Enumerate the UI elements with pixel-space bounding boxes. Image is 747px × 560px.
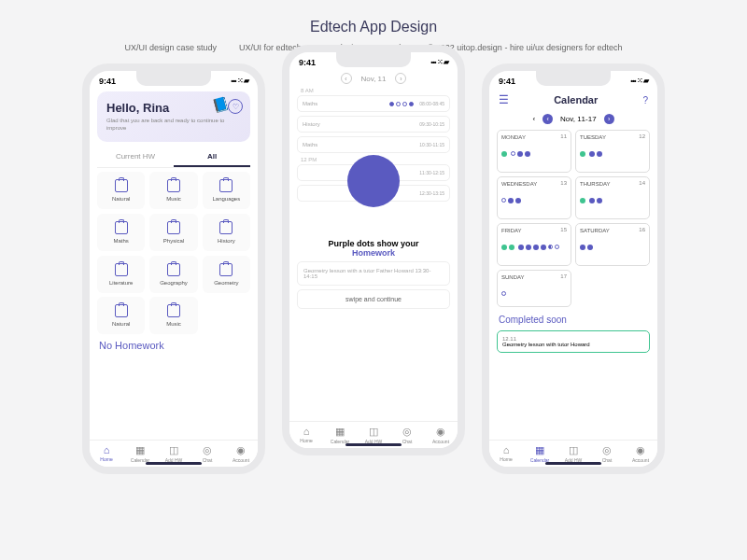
help-icon[interactable]: ? xyxy=(642,95,648,105)
subject-label: Maths xyxy=(101,238,141,244)
nav-chat[interactable]: ◎Chat xyxy=(590,444,624,463)
subject-card[interactable]: Natural xyxy=(97,297,145,334)
back-chevron[interactable]: ‹ xyxy=(532,115,535,123)
subject-card[interactable]: Natural xyxy=(97,172,145,209)
nav-home[interactable]: ⌂Home xyxy=(489,444,523,463)
add-icon: ◫ xyxy=(157,444,190,456)
subject-card[interactable]: Languages xyxy=(203,172,250,209)
hw-dots xyxy=(501,151,567,168)
nav-calendar[interactable]: ▦Calendar xyxy=(323,426,357,444)
nav-account[interactable]: ◉Account xyxy=(424,426,458,444)
nav-label: Home xyxy=(500,456,512,462)
subject-card[interactable]: History xyxy=(203,214,250,251)
nav-label: Account xyxy=(432,439,449,444)
nav-label: Home xyxy=(100,456,112,462)
subject-label: Natural xyxy=(101,196,141,202)
nav-chat[interactable]: ◎Chat xyxy=(190,444,224,463)
nav-home[interactable]: ⌂Home xyxy=(289,426,323,444)
subject-icon xyxy=(167,221,180,234)
subject-icon xyxy=(115,304,128,317)
day-name: SUNDAY xyxy=(501,274,567,280)
bottom-nav: ⌂Home ▦Calendar ◫Add HW ◎Chat ◉Account xyxy=(289,421,458,448)
onboarding-highlight xyxy=(347,155,400,207)
day-name: FRIDAY xyxy=(501,228,567,233)
calendar-icon: ▦ xyxy=(123,444,157,456)
notification-icon[interactable]: ♡ xyxy=(228,99,243,114)
prev-week-button[interactable]: ‹ xyxy=(543,114,553,124)
subject-card[interactable]: Geography xyxy=(149,256,197,293)
nav-label: Chat xyxy=(402,439,413,444)
subject-label: Natural xyxy=(101,321,141,327)
account-icon: ◉ xyxy=(224,444,258,456)
day-card[interactable]: THURSDAY14 xyxy=(575,176,650,219)
prev-day-button[interactable]: ‹ xyxy=(341,73,352,84)
nav-account[interactable]: ◉Account xyxy=(224,444,258,463)
subject-card[interactable]: Geometry xyxy=(203,256,250,293)
nav-calendar[interactable]: ▦Calendar xyxy=(523,444,557,463)
page-title: Edtech App Design xyxy=(28,19,719,35)
nav-label: Chat xyxy=(203,457,213,463)
day-card[interactable]: TUESDAY12 xyxy=(575,130,650,173)
schedule-row[interactable]: Maths10:30-11:15 xyxy=(297,136,450,153)
schedule-row[interactable]: History09:30-10:15 xyxy=(297,116,450,133)
tab-all[interactable]: All xyxy=(174,147,250,167)
next-week-button[interactable]: › xyxy=(604,114,614,124)
next-day-button[interactable]: › xyxy=(395,73,406,84)
time-range: 12:30-13:15 xyxy=(419,190,444,196)
subject-card[interactable]: Physical xyxy=(149,214,197,251)
tab-current-hw[interactable]: Current HW xyxy=(97,147,174,167)
day-name: SATURDAY xyxy=(580,228,645,233)
subject-card[interactable]: Maths xyxy=(97,214,145,251)
phone-schedule: 9:41 ••• ⁙ ▰ ‹ Nov, 11 › 8 AM Maths08:00… xyxy=(282,45,465,455)
hw-dots xyxy=(501,245,567,261)
nav-chat[interactable]: ◎Chat xyxy=(390,426,424,444)
subject-label: Literature xyxy=(101,280,141,286)
nav-add-hw[interactable]: ◫Add HW xyxy=(157,444,190,463)
subject-icon xyxy=(219,221,233,234)
subject-label: History xyxy=(206,238,247,244)
week-range: Nov, 11-17 xyxy=(560,115,597,123)
subject-label: Music xyxy=(153,196,193,202)
subject-card[interactable]: Music xyxy=(149,172,197,209)
subject-name: History xyxy=(303,121,414,127)
chat-icon: ◎ xyxy=(190,444,224,456)
account-icon: ◉ xyxy=(624,444,657,456)
day-card[interactable]: MONDAY11 xyxy=(497,130,571,173)
subject-icon xyxy=(167,179,180,192)
subject-card[interactable]: Music xyxy=(149,297,197,334)
nav-calendar[interactable]: ▦Calendar xyxy=(123,444,157,463)
nav-account[interactable]: ◉Account xyxy=(624,444,657,463)
home-icon: ⌂ xyxy=(289,426,323,437)
day-card[interactable]: WEDNESDAY13 xyxy=(497,176,571,219)
menu-icon[interactable]: ☰ xyxy=(499,93,509,106)
subject-icon xyxy=(115,263,128,276)
day-card[interactable]: SATURDAY16 xyxy=(575,223,650,266)
time-range: 11:30-12:15 xyxy=(419,170,444,175)
chat-icon: ◎ xyxy=(390,426,424,438)
status-time: 9:41 xyxy=(299,58,316,67)
upcoming-task[interactable]: 12.11Geometry lesson with tutor Howard xyxy=(497,330,650,353)
subject-card[interactable]: Literature xyxy=(97,256,145,293)
bottom-nav: ⌂Home ▦Calendar ◫Add HW ◎Chat ◉Account xyxy=(90,440,258,467)
subject-label: Geography xyxy=(153,280,193,286)
subject-icon xyxy=(115,179,128,192)
time-range: 08:00-08:45 xyxy=(419,101,444,106)
subject-icon xyxy=(167,263,180,276)
hw-dots xyxy=(389,102,414,106)
calendar-icon: ▦ xyxy=(523,444,557,456)
lesson-card[interactable]: Geometry lesson with a tutor Father Howa… xyxy=(297,261,450,286)
nav-home[interactable]: ⌂Home xyxy=(90,444,123,463)
swipe-hint[interactable]: swipe and continue xyxy=(297,289,450,309)
nav-add-hw[interactable]: ◫Add HW xyxy=(557,444,590,463)
day-name: THURSDAY xyxy=(580,181,645,187)
nav-add-hw[interactable]: ◫Add HW xyxy=(357,426,390,444)
day-card[interactable]: SUNDAY17 xyxy=(497,270,571,307)
schedule-row[interactable]: Maths08:00-08:45 xyxy=(297,95,450,112)
home-icon: ⌂ xyxy=(489,444,523,455)
day-card[interactable]: FRIDAY15 xyxy=(497,223,571,266)
hw-dots xyxy=(580,245,645,250)
hw-dots xyxy=(501,291,567,296)
hw-dots xyxy=(580,151,645,168)
subtitle: UX/UI design case study xyxy=(125,43,218,52)
add-icon: ◫ xyxy=(357,426,390,438)
